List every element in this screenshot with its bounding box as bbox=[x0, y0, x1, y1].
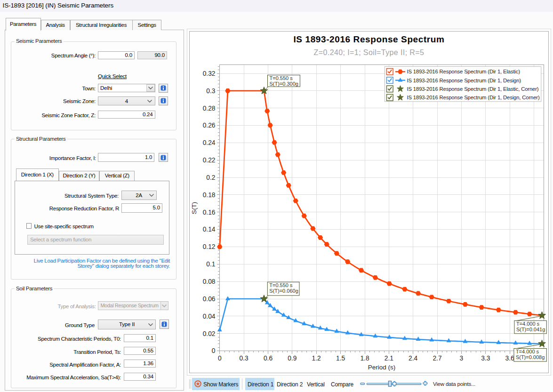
svg-text:0: 0 bbox=[212, 347, 216, 354]
svg-text:0.6: 0.6 bbox=[264, 355, 273, 362]
svg-text:IS 1893-2016 Response Spectrum: IS 1893-2016 Response Spectrum (Dir 1, E… bbox=[407, 69, 521, 74]
svg-text:0.3: 0.3 bbox=[206, 88, 216, 95]
svg-text:IS 1893-2016 Response Spectrum: IS 1893-2016 Response Spectrum (Dir 1, D… bbox=[407, 78, 521, 83]
svg-text:0: 0 bbox=[218, 355, 222, 362]
svg-text:T=0.550 s: T=0.550 s bbox=[269, 282, 293, 288]
svg-text:0.26: 0.26 bbox=[203, 122, 216, 129]
svg-text:0.14: 0.14 bbox=[203, 226, 216, 233]
svg-text:0.9: 0.9 bbox=[288, 355, 297, 362]
svg-text:S(T)=0.060g: S(T)=0.060g bbox=[269, 288, 298, 294]
svg-text:0.04: 0.04 bbox=[203, 313, 216, 320]
svg-text:0.16: 0.16 bbox=[203, 209, 216, 216]
svg-text:T=0.550 s: T=0.550 s bbox=[270, 75, 293, 81]
svg-text:3.3: 3.3 bbox=[481, 355, 490, 362]
svg-text:T=4.000 s: T=4.000 s bbox=[516, 349, 539, 354]
svg-text:0.22: 0.22 bbox=[203, 157, 216, 164]
svg-text:Z=0.240; I=1; Soil=Type II; R=: Z=0.240; I=1; Soil=Type II; R=5 bbox=[314, 48, 425, 56]
svg-text:0.12: 0.12 bbox=[203, 243, 216, 250]
svg-text:0.06: 0.06 bbox=[203, 296, 216, 303]
svg-text:0.2: 0.2 bbox=[206, 174, 215, 181]
svg-text:2.7: 2.7 bbox=[433, 355, 441, 362]
svg-text:3: 3 bbox=[460, 355, 464, 362]
svg-text:0.24: 0.24 bbox=[203, 139, 216, 146]
svg-text:1.5: 1.5 bbox=[336, 355, 345, 362]
svg-text:0.08: 0.08 bbox=[203, 278, 216, 285]
svg-text:Period (s): Period (s) bbox=[368, 364, 396, 371]
svg-text:1.8: 1.8 bbox=[360, 355, 369, 362]
svg-text:S(T)=0.300g: S(T)=0.300g bbox=[270, 81, 298, 87]
svg-text:3.6: 3.6 bbox=[505, 355, 515, 362]
svg-text:S(T)=0.041g: S(T)=0.041g bbox=[516, 327, 545, 332]
svg-text:T=4.000 s: T=4.000 s bbox=[516, 321, 540, 327]
svg-text:0.28: 0.28 bbox=[203, 105, 216, 112]
svg-text:1.2: 1.2 bbox=[312, 355, 321, 362]
svg-text:0.18: 0.18 bbox=[203, 192, 216, 199]
svg-text:0.1: 0.1 bbox=[206, 261, 215, 268]
svg-text:IS 1893-2016 Response Spectrum: IS 1893-2016 Response Spectrum bbox=[293, 34, 444, 44]
svg-text:S(T)=0.008g: S(T)=0.008g bbox=[516, 354, 545, 360]
svg-text:0.02: 0.02 bbox=[203, 330, 216, 337]
svg-text:2.4: 2.4 bbox=[409, 355, 418, 362]
svg-text:S(T): S(T) bbox=[191, 202, 198, 214]
svg-text:0.3: 0.3 bbox=[240, 355, 249, 362]
svg-text:2.1: 2.1 bbox=[385, 355, 393, 362]
svg-text:IS 1893-2016 Response Spectrum: IS 1893-2016 Response Spectrum (Dir 1, D… bbox=[407, 95, 540, 100]
svg-text:IS 1893-2016 Response Spectrum: IS 1893-2016 Response Spectrum (Dir 1, E… bbox=[407, 86, 539, 92]
svg-text:0.32: 0.32 bbox=[203, 70, 216, 77]
